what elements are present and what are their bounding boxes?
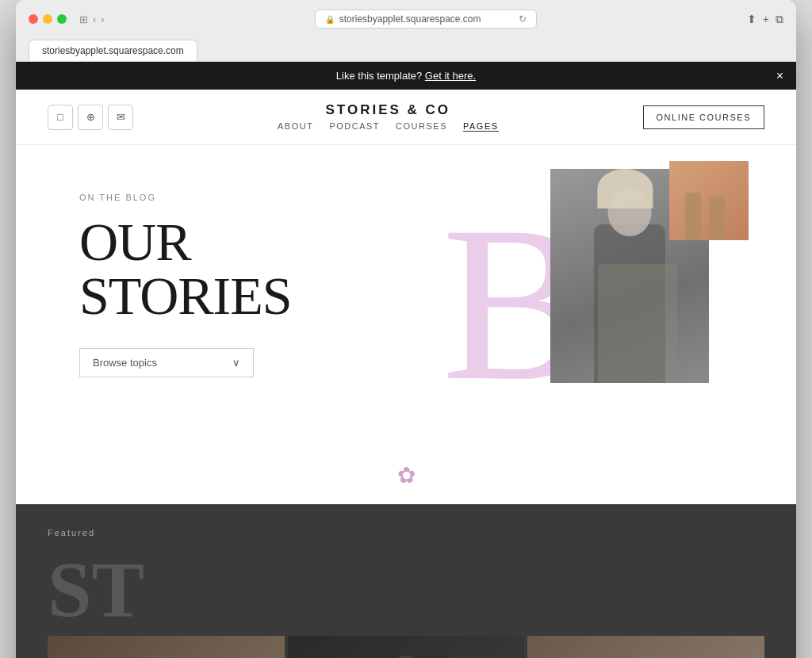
- nav-podcast[interactable]: PODCAST: [329, 121, 380, 132]
- featured-card-2[interactable]: [288, 636, 525, 658]
- browser-nav: 🔒 storiesbyapplet.squarespace.com ↻: [111, 10, 741, 29]
- pinterest-button[interactable]: ⊕: [78, 105, 103, 130]
- header-center: STORIES & CO ABOUT PODCAST COURSES PAGES: [278, 102, 499, 132]
- url-text: storiesbyapplet.squarespace.com: [339, 13, 481, 25]
- header-social: □ ⊕ ✉: [48, 105, 133, 130]
- featured-card-1[interactable]: [48, 636, 285, 658]
- notification-bar: Like this template? Get it here. ×: [16, 62, 796, 90]
- nav-courses[interactable]: COURSES: [396, 121, 447, 132]
- dropdown-arrow-icon: ∨: [232, 357, 240, 369]
- browse-topics-label: Browse topics: [93, 357, 157, 369]
- secondary-photo: [669, 161, 749, 240]
- browser-chrome: ⊞ ‹ › 🔒 storiesbyapplet.squarespace.com …: [16, 0, 796, 62]
- email-button[interactable]: ✉: [108, 105, 133, 130]
- reload-icon[interactable]: ↻: [519, 13, 527, 25]
- url-bar[interactable]: 🔒 storiesbyapplet.squarespace.com ↻: [315, 10, 537, 29]
- nav-about[interactable]: ABOUT: [278, 121, 313, 132]
- instagram-icon: □: [57, 111, 63, 123]
- active-tab[interactable]: storiesbyapplet.squarespace.com: [29, 40, 197, 61]
- email-icon: ✉: [117, 111, 125, 123]
- clover-icon: ✿: [397, 462, 416, 488]
- browser-window: ⊞ ‹ › 🔒 storiesbyapplet.squarespace.com …: [16, 0, 796, 658]
- lock-icon: 🔒: [325, 15, 335, 24]
- notification-close-button[interactable]: ×: [776, 69, 783, 83]
- close-traffic-light[interactable]: [29, 14, 38, 24]
- divider-section: ✿: [16, 446, 796, 504]
- instagram-button[interactable]: □: [48, 105, 73, 130]
- site-header: □ ⊕ ✉ STORIES & CO ABOUT PODCAST COURSES…: [16, 90, 796, 145]
- new-tab-icon[interactable]: +: [763, 13, 769, 25]
- notification-text: Like this template?: [336, 70, 425, 82]
- forward-button[interactable]: ›: [101, 13, 104, 25]
- tabs-icon[interactable]: ⧉: [776, 13, 783, 26]
- site-nav: ABOUT PODCAST COURSES PAGES: [278, 121, 499, 132]
- secondary-photo-inner: [669, 161, 749, 240]
- browse-topics-dropdown[interactable]: Browse topics ∨: [79, 348, 254, 377]
- maximize-traffic-light[interactable]: [57, 14, 67, 24]
- back-button[interactable]: ‹: [93, 13, 96, 25]
- browser-titlebar: ⊞ ‹ › 🔒 storiesbyapplet.squarespace.com …: [29, 10, 783, 29]
- nav-pages[interactable]: PAGES: [463, 121, 499, 132]
- hero-subtitle: ON THE BLOG: [79, 193, 412, 202]
- browser-actions: ⬆ + ⧉: [747, 13, 783, 26]
- minimize-traffic-light[interactable]: [43, 14, 52, 24]
- featured-card-3[interactable]: [527, 636, 764, 658]
- photo-collage: [550, 161, 749, 399]
- featured-label: Featured: [48, 528, 764, 537]
- featured-grid: [48, 636, 764, 658]
- share-icon[interactable]: ⬆: [747, 13, 756, 25]
- traffic-lights: [29, 14, 67, 24]
- window-controls: ⊞ ‹ ›: [79, 13, 105, 25]
- notification-link[interactable]: Get it here.: [425, 70, 476, 82]
- hero-title: OUR STORIES: [79, 215, 412, 323]
- pinterest-icon: ⊕: [86, 111, 95, 123]
- tab-bar: storiesbyapplet.squarespace.com: [29, 36, 783, 61]
- hero-text: ON THE BLOG OUR STORIES Browse topics ∨: [79, 193, 412, 377]
- featured-big-letter: ST: [48, 550, 144, 629]
- hero-section: ON THE BLOG OUR STORIES Browse topics ∨ …: [16, 145, 796, 446]
- sidebar-toggle-icon[interactable]: ⊞: [79, 13, 88, 25]
- site-title: STORIES & CO: [278, 102, 499, 118]
- online-courses-button[interactable]: ONLINE COURSES: [643, 105, 764, 129]
- featured-section: Featured ST: [16, 504, 796, 658]
